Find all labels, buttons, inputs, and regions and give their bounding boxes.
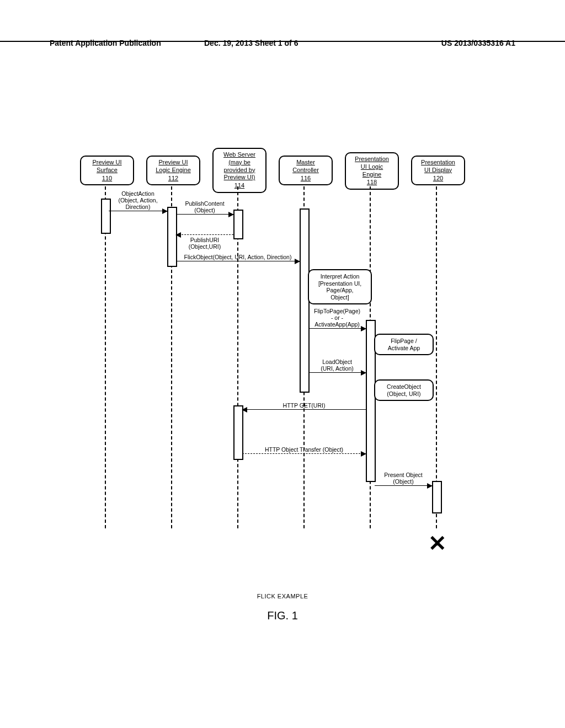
proc-flippage: FlipPage / Activate App	[374, 334, 434, 355]
page-header: Patent Application Publication Dec. 19, …	[0, 39, 565, 42]
lifeline-head-0: Preview UI Surface 110	[80, 156, 134, 185]
activation-0	[101, 199, 111, 234]
lifeline-0	[105, 186, 106, 528]
proc-createobject: CreateObject (Object, URI)	[374, 379, 434, 401]
activation-2a	[233, 210, 243, 239]
patent-page: Patent Application Publication Dec. 19, …	[0, 0, 565, 728]
header-left: Patent Application Publication	[50, 39, 161, 47]
figure-label: FIG. 1	[0, 609, 565, 622]
msg-publishcontent: PublishContent (Object)	[176, 214, 233, 215]
msg-publishuri: PublishURI (Object,URI)	[176, 234, 233, 235]
msg-present-object: Present Object (Object)	[375, 485, 432, 486]
msg-loadobject: LoadObject (URI, Action)	[308, 372, 366, 373]
header-right: US 2013/0335316 A1	[441, 39, 515, 47]
msg-objectaction: ObjectAction (Object, Action, Direction)	[109, 211, 167, 211]
proc-interpret-action: Interpret Action [Presentation UI, Page/…	[308, 269, 372, 304]
lifeline-head-1: Preview UI Logic Engine 112	[146, 156, 200, 185]
activation-2b	[233, 405, 243, 460]
termination-icon: ✕	[428, 532, 447, 554]
msg-http-transfer: HTTP Object Transfer (Object)	[242, 453, 366, 454]
lifeline-head-2: Web Server (may be provided by Preview U…	[212, 148, 266, 193]
lifeline-5	[436, 186, 437, 528]
diagram-title: FLICK EXAMPLE	[0, 593, 565, 599]
header-center: Dec. 19, 2013 Sheet 1 of 6	[204, 39, 298, 47]
lifeline-head-4: Presentation UI Logic Engine 118	[345, 152, 399, 190]
msg-fliptopage: FlipToPage(Page) - or - ActivateApp(App)	[308, 328, 366, 329]
lifeline-head-3: Master Controller 116	[279, 156, 333, 185]
msg-flickobject: FlickObject(Object, URI, Action, Directi…	[176, 261, 300, 261]
activation-5	[432, 481, 442, 513]
sequence-diagram: Preview UI Surface 110 Preview UI Logic …	[83, 149, 480, 552]
msg-http-get: HTTP GET(URI)	[242, 409, 366, 410]
lifeline-head-5: Presentation UI Display 120	[411, 156, 465, 185]
